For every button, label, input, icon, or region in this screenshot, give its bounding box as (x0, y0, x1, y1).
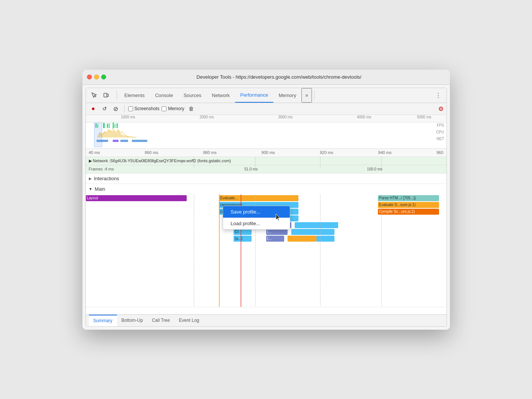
timeline-ruler: 1000 ms 2000 ms 3000 ms 4000 ms 5000 ms (86, 115, 447, 123)
zoomed-ruler-marks: 40 ms 860 ms 880 ms 900 ms 920 ms 940 ms… (89, 150, 444, 155)
settings-button[interactable]: ⚙ (438, 105, 444, 112)
svg-rect-13 (120, 140, 128, 142)
zoom-mark-5: 940 ms (378, 150, 392, 155)
minimize-button[interactable] (94, 75, 99, 79)
tab-summary[interactable]: Summary (89, 315, 117, 326)
zoom-mark-3: 900 ms (261, 150, 275, 155)
compile-sc-block[interactable]: Compile Sc...ure.js:1) (378, 209, 439, 215)
window-title: Developer Tools - https://developers.goo… (113, 74, 445, 80)
svg-rect-6 (107, 124, 108, 128)
timeline-overview[interactable]: 1000 ms 2000 ms 3000 ms 4000 ms 5000 ms (86, 115, 447, 149)
zoom-mark-6: 960 (436, 150, 443, 155)
zoom-mark-1: 860 ms (145, 150, 158, 155)
layout-block[interactable]: Layout (86, 195, 187, 201)
devtools-menu-button[interactable]: ⋮ (433, 90, 444, 100)
memory-checkbox[interactable]: Memory (162, 106, 184, 111)
screenshots-checkbox[interactable]: Screenshots (128, 106, 160, 111)
nav-divider-2 (314, 91, 315, 100)
tab-sources[interactable]: Sources (178, 88, 207, 103)
tab-bottom-up[interactable]: Bottom-Up (117, 315, 147, 326)
tab-console[interactable]: Console (150, 88, 178, 103)
main-header[interactable]: ▼ Main (86, 184, 447, 194)
fps-label: FPS (437, 123, 444, 127)
flame-chart[interactable]: Layout Evaluate... Parse HTM.../ [705...… (86, 194, 447, 307)
flame-row-1: Layout Evaluate... Parse HTM.../ [705...… (86, 195, 447, 201)
title-bar: Developer Tools - https://developers.goo… (82, 70, 450, 85)
svg-rect-9 (114, 124, 115, 128)
load-profile-menu-item[interactable]: Load profile... (223, 218, 290, 229)
main-arrow: ▼ (89, 187, 93, 191)
clear-button[interactable]: ⊘ (111, 104, 120, 113)
svg-rect-12 (112, 140, 118, 142)
svg-rect-2 (107, 94, 108, 97)
flame-row-7: (a...) (... (86, 236, 447, 242)
screenshots-checkbox-input[interactable] (128, 106, 133, 111)
tab-network[interactable]: Network (207, 88, 235, 103)
interactions-row[interactable]: ▶ Interactions (86, 173, 447, 184)
svg-rect-15 (94, 123, 102, 147)
tab-call-tree[interactable]: Call Tree (147, 315, 174, 326)
clear-recording-button[interactable]: 🗑 (187, 104, 196, 113)
evaluate-s-block[interactable]: Evaluate S...sure.js:1) (378, 202, 439, 208)
save-profile-menu-item[interactable]: Save profile... (223, 206, 290, 218)
frames-timing-2: 100.0 ms (367, 167, 382, 171)
network-row[interactable]: ▶ Network :S6g4U3t-Y5UEw0lE80llgEseQY3FE… (86, 157, 447, 165)
ruler-mark-3000: 3000 ms (246, 115, 325, 122)
svg-rect-7 (109, 123, 109, 128)
paren3-block[interactable]: (... (266, 236, 284, 242)
svg-rect-5 (103, 123, 105, 128)
svg-rect-8 (112, 123, 114, 129)
timeline-tracks: FPS CPU NET (86, 123, 447, 149)
svg-rect-10 (116, 123, 117, 128)
blue-small-block (316, 236, 334, 242)
svg-rect-14 (132, 140, 147, 142)
parse-html-block[interactable]: Parse HTM.../ [705...]) (378, 195, 439, 201)
tab-memory[interactable]: Memory (273, 88, 301, 103)
nav-icons (89, 90, 111, 100)
record-button[interactable]: ● (89, 104, 98, 113)
bottom-tabs: Summary Bottom-Up Call Tree Event Log (86, 314, 447, 326)
svg-rect-1 (104, 93, 107, 97)
inspect-element-button[interactable] (89, 90, 99, 100)
timeline-svg (86, 123, 447, 149)
frames-timing-1: 51.0 ms (244, 167, 258, 171)
ct-block[interactable]: Ct (234, 229, 252, 235)
frames-row[interactable]: Frames :4 ms 51.0 ms 100.0 ms (86, 165, 447, 173)
tab-performance[interactable]: Performance (235, 88, 273, 103)
interactions-arrow: ▶ (89, 176, 92, 181)
main-section: ▼ Main (86, 184, 447, 307)
zoomed-ruler: 40 ms 860 ms 880 ms 900 ms 920 ms 940 ms… (86, 149, 447, 157)
devtools-content[interactable]: ▶ Network :S6g4U3t-Y5UEw0lE80llgEseQY3FE… (86, 157, 447, 314)
close-button[interactable] (87, 75, 92, 79)
ruler-mark-5000: 5000 ms (403, 115, 447, 122)
cpu-label: CPU (436, 130, 444, 134)
devtools-window: Developer Tools - https://developers.goo… (82, 70, 450, 330)
small-bars-2 (291, 229, 334, 235)
main-label: Main (94, 186, 105, 192)
memory-checkbox-input[interactable] (162, 106, 166, 111)
small-bars-1 (295, 222, 338, 228)
zoom-mark-0: 40 ms (89, 150, 100, 155)
evaluate-block[interactable]: Evaluate... (219, 195, 298, 201)
nav-divider-1 (117, 91, 117, 100)
device-toolbar-button[interactable] (101, 90, 111, 100)
toolbar-divider-1 (124, 105, 124, 112)
interactions-label: Interactions (94, 176, 119, 181)
context-menu[interactable]: Save profile... Load profile... (223, 206, 290, 230)
paren2-block[interactable]: (... (266, 229, 288, 235)
a-block[interactable]: (a...) (234, 236, 252, 242)
nav-tabs: Elements Console Sources Network Perform… (119, 88, 312, 103)
ruler-mark-1000: 1000 ms (89, 115, 168, 122)
tab-elements[interactable]: Elements (119, 88, 150, 103)
maximize-button[interactable] (101, 75, 106, 79)
svg-line-0 (94, 96, 96, 97)
flame-row-6: Ct (... (86, 229, 447, 235)
reload-record-button[interactable]: ↺ (100, 104, 109, 113)
zoom-mark-4: 920 ms (320, 150, 333, 155)
network-row-text: ▶ Network :S6g4U3t-Y5UEw0lE80llgEseQY3FE… (89, 158, 231, 163)
ruler-mark-2000: 2000 ms (167, 115, 246, 122)
devtools-nav: Elements Console Sources Network Perform… (86, 88, 447, 103)
yellow-small-block (288, 236, 316, 242)
tab-event-log[interactable]: Event Log (174, 315, 204, 326)
more-tabs-button[interactable]: » (301, 88, 312, 103)
